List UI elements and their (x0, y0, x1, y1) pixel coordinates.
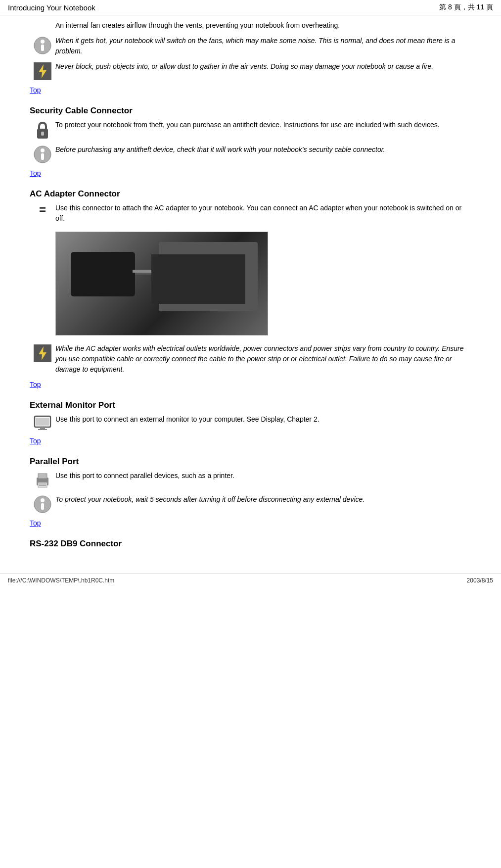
ac-top-link[interactable]: Top (30, 380, 471, 393)
svg-rect-6 (41, 132, 44, 136)
fan-note-row: When it gets hot, your notebook will swi… (30, 36, 471, 56)
svg-rect-9 (41, 153, 44, 160)
fan-section: An internal fan creates airflow through … (30, 20, 471, 99)
fan-warning-row: Never block, push objects into, or allow… (30, 61, 471, 80)
ac-image-inner (56, 232, 268, 335)
security-section: Security Cable Connector To protect your… (30, 106, 471, 182)
notebook-screen (151, 254, 245, 304)
monitor-row1: Use this port to connect an external mon… (30, 414, 471, 431)
tip-circle-icon (34, 37, 51, 54)
rs232-heading: RS-232 DB9 Connector (30, 539, 471, 549)
monitor-top-link[interactable]: Top (30, 436, 471, 450)
ac-top-anchor[interactable]: Top (30, 381, 41, 388)
svg-rect-23 (41, 503, 44, 510)
warning-lightning-icon (34, 62, 51, 80)
ac-heading: AC Adapter Connector (30, 189, 471, 199)
fan-warning-icon (30, 61, 55, 80)
parallel-tip-icon (30, 494, 55, 513)
svg-point-22 (41, 498, 45, 502)
monitor-section: External Monitor Port Use this port to c… (30, 400, 471, 450)
ac-text1: Use this connector to attach the AC adap… (55, 203, 471, 224)
parallel-text1: Use this port to connect parallel device… (55, 471, 471, 481)
svg-rect-13 (36, 418, 49, 426)
fan-intro-row: An internal fan creates airflow through … (30, 20, 471, 31)
fan-intro-text: An internal fan creates airflow through … (55, 20, 471, 31)
fan-warning-text: Never block, push objects into, or allow… (55, 61, 471, 72)
monitor-top-anchor[interactable]: Top (30, 437, 41, 445)
fan-note-text: When it gets hot, your notebook will swi… (55, 36, 471, 56)
tip-circle-icon2 (34, 145, 51, 163)
security-top-anchor[interactable]: Top (30, 169, 41, 177)
monitor-heading: External Monitor Port (30, 400, 471, 410)
parallel-section: Parallel Port Use this port to connect p… (30, 457, 471, 532)
ac-section: AC Adapter Connector = Use this connecto… (30, 189, 471, 393)
dc-symbol-icon: = (39, 204, 46, 216)
security-heading: Security Cable Connector (30, 106, 471, 116)
svg-point-8 (41, 148, 45, 152)
header-title: Introducing Your Notebook (8, 3, 95, 12)
fan-top-link[interactable]: Top (30, 85, 471, 99)
fan-tip-icon (30, 36, 55, 54)
printer-icon (34, 472, 51, 489)
adapter-block (71, 252, 135, 296)
notebook-block (159, 242, 258, 311)
svg-rect-14 (40, 427, 45, 429)
warning-lightning-icon2 (34, 344, 51, 362)
svg-rect-15 (38, 429, 47, 430)
security-text1: To protect your notebook from theft, you… (55, 120, 471, 130)
fan-top-anchor[interactable]: Top (30, 86, 41, 94)
parallel-top-link[interactable]: Top (30, 518, 471, 532)
parallel-heading: Parallel Port (30, 457, 471, 467)
svg-point-1 (41, 40, 45, 44)
parallel-note1: To protect your notebook, wait 5 seconds… (55, 494, 471, 505)
ac-warning-text: While the AC adapter works with electric… (55, 343, 471, 375)
security-row2: Before purchasing any antitheft device, … (30, 145, 471, 163)
monitor-icon-cell (30, 414, 55, 431)
svg-rect-2 (41, 45, 44, 51)
security-lock-icon-cell (30, 120, 55, 140)
parallel-top-anchor[interactable]: Top (30, 519, 41, 527)
rs232-section: RS-232 DB9 Connector (30, 539, 471, 549)
ac-row1: = Use this connector to attach the AC ad… (30, 203, 471, 224)
footer-right: 2003/8/15 (467, 577, 493, 584)
svg-rect-20 (39, 485, 46, 486)
monitor-icon (34, 415, 51, 431)
header-page: 第 8 頁，共 11 頁 (439, 3, 493, 12)
footer-left: file:///C:\WINDOWS\TEMP\.hb1R0C.htm (8, 577, 114, 584)
parallel-note-row: To protect your notebook, wait 5 seconds… (30, 494, 471, 513)
ac-warning-row: While the AC adapter works with electric… (30, 343, 471, 375)
svg-rect-17 (38, 474, 47, 479)
security-tip-icon (30, 145, 55, 163)
printer-icon-cell (30, 471, 55, 489)
lock-icon (35, 121, 50, 140)
monitor-text1: Use this port to connect an external mon… (55, 414, 471, 425)
svg-rect-19 (39, 483, 46, 484)
parallel-row1: Use this port to connect parallel device… (30, 471, 471, 489)
main-content: An internal fan creates airflow through … (0, 15, 501, 564)
page-header: Introducing Your Notebook 第 8 頁，共 11 頁 (0, 0, 501, 15)
security-note1: Before purchasing any antitheft device, … (55, 145, 471, 155)
security-row1: To protect your notebook from theft, you… (30, 120, 471, 140)
fan-icon-cell (30, 20, 55, 21)
ac-adapter-image (55, 232, 268, 336)
ac-warning-icon-cell (30, 343, 55, 362)
ac-icon-cell: = (30, 203, 55, 216)
security-top-link[interactable]: Top (30, 168, 471, 182)
tip-circle-icon3 (34, 495, 51, 513)
page-footer: file:///C:\WINDOWS\TEMP\.hb1R0C.htm 2003… (0, 574, 501, 587)
